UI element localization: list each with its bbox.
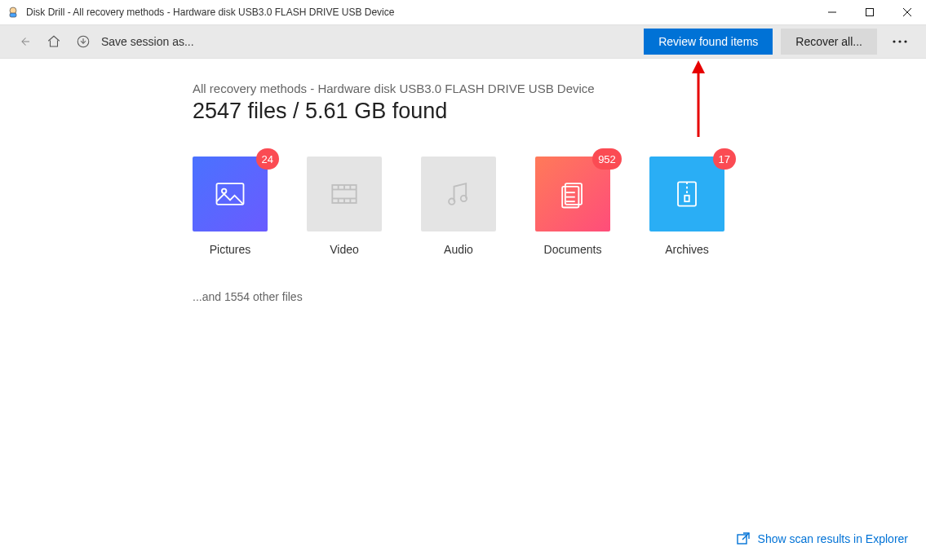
other-files-text: ...and 1554 other files — [193, 290, 893, 303]
scan-headline: 2547 files / 5.61 GB found — [193, 99, 893, 124]
svg-rect-3 — [866, 9, 874, 16]
svg-rect-29 — [678, 182, 696, 205]
documents-icon — [555, 176, 591, 212]
archives-badge: 17 — [713, 148, 736, 170]
main-content: All recovery methods - Hardware disk USB… — [0, 59, 926, 303]
review-found-items-button[interactable]: Review found items — [644, 29, 773, 55]
category-archives[interactable]: 17 Archives — [649, 157, 724, 256]
back-button[interactable] — [10, 27, 39, 56]
app-icon — [7, 6, 20, 19]
audio-icon — [441, 176, 476, 212]
recover-all-button[interactable]: Recover all... — [781, 29, 877, 55]
svg-point-10 — [904, 40, 906, 42]
annotation-arrow-icon — [690, 60, 707, 139]
archives-label: Archives — [665, 243, 709, 256]
pictures-badge: 24 — [256, 148, 279, 170]
save-session-label[interactable]: Save session as... — [101, 35, 194, 48]
category-pictures[interactable]: 24 Pictures — [193, 157, 268, 256]
category-row: 24 Pictures Video Audio 952 Documents — [193, 157, 893, 256]
titlebar: Disk Drill - All recovery methods - Hard… — [0, 0, 926, 24]
svg-rect-34 — [738, 535, 747, 544]
save-session-icon[interactable] — [69, 27, 98, 56]
svg-point-12 — [222, 189, 227, 194]
minimize-button[interactable] — [813, 0, 851, 24]
audio-tile — [421, 157, 496, 231]
more-menu-button[interactable] — [884, 29, 916, 55]
video-icon — [326, 176, 362, 212]
archives-tile — [649, 157, 724, 231]
category-audio[interactable]: Audio — [421, 157, 496, 256]
maximize-button[interactable] — [851, 0, 888, 24]
category-documents[interactable]: 952 Documents — [535, 157, 610, 256]
svg-point-9 — [898, 40, 901, 42]
window-title: Disk Drill - All recovery methods - Hard… — [26, 7, 813, 18]
pictures-icon — [212, 176, 248, 212]
close-button[interactable] — [888, 0, 926, 24]
archives-icon — [669, 176, 705, 212]
open-external-icon — [737, 532, 750, 545]
audio-label: Audio — [444, 243, 473, 256]
svg-rect-1 — [10, 13, 16, 17]
show-in-explorer-label: Show scan results in Explorer — [758, 532, 908, 545]
pictures-label: Pictures — [210, 243, 251, 256]
pictures-tile — [193, 157, 268, 231]
svg-marker-33 — [692, 60, 705, 73]
documents-label: Documents — [544, 243, 602, 256]
category-video[interactable]: Video — [307, 157, 382, 256]
scan-subtitle: All recovery methods - Hardware disk USB… — [193, 82, 893, 95]
video-tile — [307, 157, 382, 231]
svg-rect-31 — [685, 196, 689, 201]
documents-badge: 952 — [592, 148, 622, 170]
video-label: Video — [330, 243, 359, 256]
window-controls — [813, 0, 926, 24]
toolbar: Save session as... Review found items Re… — [0, 24, 926, 59]
svg-point-8 — [893, 40, 895, 42]
home-button[interactable] — [39, 27, 69, 56]
show-in-explorer-link[interactable]: Show scan results in Explorer — [737, 532, 908, 545]
